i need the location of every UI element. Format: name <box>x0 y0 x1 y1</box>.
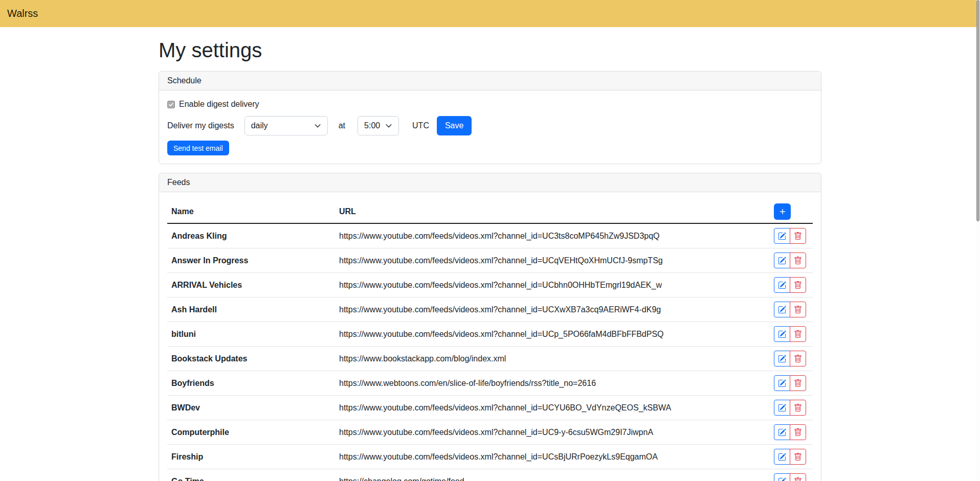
feed-name: Answer In Progress <box>167 256 335 265</box>
trash-icon <box>794 330 802 338</box>
delete-feed-button[interactable] <box>790 302 806 317</box>
delete-feed-button[interactable] <box>790 253 806 268</box>
pencil-square-icon <box>778 330 786 338</box>
feed-name: Fireship <box>167 452 335 462</box>
timezone-label: UTC <box>412 121 429 130</box>
edit-feed-button[interactable] <box>774 302 790 317</box>
edit-feed-button[interactable] <box>774 424 790 440</box>
feed-actions <box>774 228 813 244</box>
table-row: Boyfriends https://www.webtoons.com/en/s… <box>167 371 813 396</box>
pencil-square-icon <box>778 477 786 481</box>
feed-actions <box>774 253 813 268</box>
trash-icon <box>794 453 802 461</box>
feed-actions <box>774 375 813 391</box>
delivery-schedule-row: Deliver my digests daily at 5:00 UTC Sav… <box>167 116 813 135</box>
trash-icon <box>794 306 802 314</box>
enable-digest-checkbox[interactable] <box>167 101 175 108</box>
trash-icon <box>794 477 802 481</box>
plus-icon <box>778 208 787 216</box>
scrollbar-thumb[interactable] <box>976 0 979 221</box>
feed-action-group <box>774 375 806 391</box>
feed-action-group <box>774 228 806 244</box>
feed-url: https://changelog.com/gotime/feed <box>335 477 774 481</box>
edit-feed-button[interactable] <box>774 277 790 293</box>
time-select[interactable]: 5:00 <box>358 116 399 135</box>
pencil-square-icon <box>778 281 786 289</box>
time-select-value: 5:00 <box>364 121 380 130</box>
delete-feed-button[interactable] <box>790 449 806 465</box>
pencil-square-icon <box>778 232 786 240</box>
delete-feed-button[interactable] <box>790 375 806 391</box>
feed-actions <box>774 351 813 367</box>
feeds-table: Name URL Andreas Kling https://www.youtu… <box>167 200 813 481</box>
table-row: Computerphile https://www.youtube.com/fe… <box>167 420 813 445</box>
edit-feed-button[interactable] <box>774 351 790 367</box>
enable-digest-row: Enable digest delivery <box>167 99 813 110</box>
trash-icon <box>794 232 802 240</box>
edit-feed-button[interactable] <box>774 326 790 342</box>
edit-feed-button[interactable] <box>774 253 790 268</box>
feed-actions <box>774 302 813 317</box>
edit-feed-button[interactable] <box>774 473 790 481</box>
deliver-digests-label: Deliver my digests <box>167 121 234 130</box>
table-row: BWDev https://www.youtube.com/feeds/vide… <box>167 396 813 420</box>
pencil-square-icon <box>778 306 786 314</box>
feed-action-group <box>774 400 806 416</box>
feed-url: https://www.youtube.com/feeds/videos.xml… <box>335 403 774 413</box>
schedule-card: Schedule Enable digest delivery Deliver … <box>159 71 821 164</box>
delete-feed-button[interactable] <box>790 277 806 293</box>
feed-url: https://www.youtube.com/feeds/videos.xml… <box>335 452 774 462</box>
trash-icon <box>794 281 802 289</box>
feed-action-group <box>774 449 806 465</box>
feed-action-group <box>774 351 806 367</box>
feed-action-group <box>774 253 806 268</box>
edit-feed-button[interactable] <box>774 400 790 416</box>
add-feed-button[interactable] <box>774 203 791 220</box>
trash-icon <box>794 428 802 437</box>
table-row: Andreas Kling https://www.youtube.com/fe… <box>167 224 813 248</box>
send-test-email-button[interactable]: Send test email <box>167 141 229 155</box>
table-row: Ash Hardell https://www.youtube.com/feed… <box>167 297 813 322</box>
save-button[interactable]: Save <box>437 116 472 135</box>
pencil-square-icon <box>778 379 786 387</box>
enable-digest-label: Enable digest delivery <box>179 100 259 109</box>
delete-feed-button[interactable] <box>790 400 806 416</box>
frequency-select[interactable]: daily <box>244 116 328 135</box>
feed-name: Ash Hardell <box>167 305 335 314</box>
feed-url: https://www.youtube.com/feeds/videos.xml… <box>335 305 774 314</box>
feed-actions <box>774 277 813 293</box>
column-header-name: Name <box>167 207 335 216</box>
trash-icon <box>794 355 802 363</box>
feeds-table-header: Name URL <box>167 200 813 224</box>
column-header-actions <box>774 203 813 220</box>
feed-name: bitluni <box>167 330 335 339</box>
feed-actions <box>774 473 813 481</box>
table-row: Answer In Progress https://www.youtube.c… <box>167 248 813 273</box>
delete-feed-button[interactable] <box>790 473 806 481</box>
edit-feed-button[interactable] <box>774 228 790 244</box>
feed-name: BWDev <box>167 403 335 413</box>
trash-icon <box>794 379 802 387</box>
edit-feed-button[interactable] <box>774 375 790 391</box>
pencil-square-icon <box>778 453 786 461</box>
delete-feed-button[interactable] <box>790 424 806 440</box>
feed-url: https://www.youtube.com/feeds/videos.xml… <box>335 256 774 265</box>
chevron-down-icon <box>385 122 392 129</box>
delete-feed-button[interactable] <box>790 326 806 342</box>
main-content: My settings Schedule Enable digest deliv… <box>159 38 821 481</box>
delete-feed-button[interactable] <box>790 228 806 244</box>
trash-icon <box>794 257 802 265</box>
pencil-square-icon <box>778 404 786 412</box>
table-row: Go Time https://changelog.com/gotime/fee… <box>167 469 813 481</box>
edit-feed-button[interactable] <box>774 449 790 465</box>
feed-name: ARRIVAL Vehicles <box>167 281 335 290</box>
feed-action-group <box>774 302 806 317</box>
feed-actions <box>774 400 813 416</box>
checkmark-icon <box>168 102 174 107</box>
brand-link[interactable]: Walrss <box>7 8 38 19</box>
trash-icon <box>794 404 802 412</box>
feed-url: https://www.youtube.com/feeds/videos.xml… <box>335 330 774 339</box>
scrollbar-track[interactable] <box>976 0 980 481</box>
table-row: bitluni https://www.youtube.com/feeds/vi… <box>167 322 813 347</box>
delete-feed-button[interactable] <box>790 351 806 367</box>
